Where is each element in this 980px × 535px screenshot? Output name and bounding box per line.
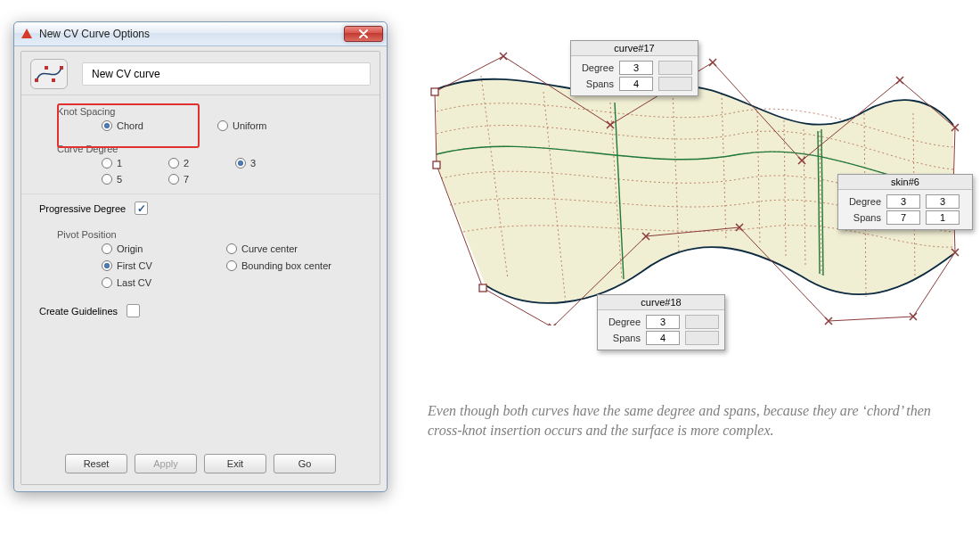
tooltip-skin6: skin#6 Degree33 Spans71: [837, 174, 973, 230]
radio-degree-3[interactable]: 3: [235, 158, 302, 169]
tooltip-title: skin#6: [838, 175, 972, 190]
radio-chord[interactable]: Chord: [102, 120, 159, 131]
radio-pivot-last-cv[interactable]: Last CV: [102, 277, 226, 288]
radio-degree-5[interactable]: 5: [102, 174, 168, 185]
dialog-title: New CV Curve Options: [39, 28, 344, 40]
progressive-degree-row: Progressive Degree: [21, 193, 380, 222]
cv-curve-icon: [30, 59, 68, 89]
progressive-degree-checkbox[interactable]: [135, 202, 148, 215]
tooltip-title: curve#18: [598, 295, 724, 310]
go-button[interactable]: Go: [274, 454, 336, 473]
svg-rect-3: [52, 78, 55, 82]
create-guidelines-row: Create Guidelines: [21, 297, 380, 325]
tooltip-curve18: curve#18 Degree3 Spans4: [597, 294, 725, 350]
create-guidelines-label: Create Guidelines: [39, 306, 118, 317]
svg-rect-1: [35, 78, 38, 82]
curve-degree-label: Curve Degree: [57, 144, 362, 154]
svg-marker-0: [21, 29, 32, 38]
svg-rect-5: [431, 88, 438, 95]
titlebar[interactable]: New CV Curve Options: [14, 22, 387, 46]
tooltip-title: curve#17: [571, 41, 698, 56]
dialog-header: New CV curve: [21, 52, 380, 95]
reset-button[interactable]: Reset: [65, 454, 127, 473]
app-icon: [20, 27, 34, 41]
pivot-position-group: Pivot Position Origin Curve center First…: [57, 229, 362, 288]
exit-button[interactable]: Exit: [204, 454, 266, 473]
close-icon: [358, 29, 369, 38]
surface-preview: curve#17 Degree3 Spans4 curve#18 Degree3…: [419, 49, 971, 325]
dialog-button-row: Reset Apply Exit Go: [21, 454, 380, 473]
tooltip-curve17: curve#17 Degree3 Spans4: [570, 40, 698, 96]
progressive-degree-label: Progressive Degree: [39, 203, 126, 214]
radio-degree-2[interactable]: 2: [168, 158, 235, 169]
knot-spacing-group: Knot Spacing Chord Uniform: [57, 106, 362, 131]
svg-rect-6: [433, 161, 440, 169]
header-label: New CV curve: [82, 62, 371, 86]
svg-rect-2: [45, 66, 48, 70]
radio-degree-1[interactable]: 1: [102, 158, 168, 169]
radio-uniform[interactable]: Uniform: [217, 120, 275, 131]
radio-pivot-origin[interactable]: Origin: [102, 243, 226, 254]
close-button[interactable]: [344, 26, 383, 42]
knot-spacing-label: Knot Spacing: [57, 106, 362, 117]
curve-degree-group: Curve Degree 1 2 3 5 7: [57, 144, 362, 185]
radio-degree-7[interactable]: 7: [168, 174, 235, 185]
radio-pivot-bbox-center[interactable]: Bounding box center: [226, 260, 378, 271]
apply-button[interactable]: Apply: [135, 454, 197, 473]
create-guidelines-checkbox[interactable]: [127, 304, 140, 317]
pivot-position-label: Pivot Position: [57, 229, 362, 240]
radio-pivot-curve-center[interactable]: Curve center: [226, 243, 378, 254]
radio-pivot-first-cv[interactable]: First CV: [102, 260, 226, 271]
cv-curve-options-dialog: New CV Curve Options New CV curve Knot S…: [13, 21, 388, 492]
dialog-body: New CV curve Knot Spacing Chord Uniform …: [20, 51, 380, 485]
svg-rect-4: [60, 66, 63, 70]
svg-rect-7: [479, 284, 486, 292]
caption-text: Even though both curves have the same de…: [428, 401, 935, 440]
